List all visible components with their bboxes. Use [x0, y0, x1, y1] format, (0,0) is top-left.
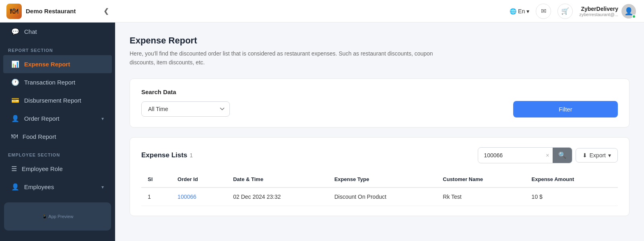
transaction-report-icon: 🕐 [11, 78, 19, 86]
order-report-chevron-icon: ▾ [101, 116, 104, 122]
sidebar-promo-banner: 📱 App Preview [4, 202, 111, 231]
lists-header: Expense Lists 1 × 🔍 ⬇ Export ▾ [141, 147, 618, 163]
lang-label: En [518, 8, 525, 14]
order-report-label: Order Report [24, 115, 97, 122]
food-report-icon: 🍽 [11, 133, 18, 140]
cell-order-id: 100066 [171, 187, 227, 206]
sidebar: 💬 Chat REPORT SECTION 📊 Expense Report 🕐… [0, 23, 115, 241]
chat-icon: 💬 [11, 28, 19, 35]
employees-chevron-icon: ▾ [101, 184, 104, 190]
sidebar-item-order-report[interactable]: 👤 Order Report ▾ [3, 109, 112, 128]
food-report-label: Food Report [23, 133, 104, 140]
expense-report-label: Expense Report [24, 61, 104, 68]
employee-role-label: Employee Role [22, 165, 104, 172]
export-button[interactable]: ⬇ Export ▾ [576, 148, 618, 163]
topbar: 🍽 Demo Restaurant ❮ 🌐 En ▾ ✉ 🛒 ZyberDeli… [0, 0, 644, 23]
cell-date-time: 02 Dec 2024 23:32 [227, 187, 328, 206]
table-row: 1 100066 02 Dec 2024 23:32 Discount On P… [141, 187, 618, 206]
sidebar-item-chat[interactable]: 💬 Chat [3, 23, 112, 41]
col-expense-amount: Expense Amount [525, 171, 618, 187]
sidebar-item-transaction-report[interactable]: 🕐 Transaction Report [3, 73, 112, 91]
sidebar-item-expense-report[interactable]: 📊 Expense Report [3, 55, 112, 73]
search-icon: 🔍 [558, 152, 566, 159]
filter-button[interactable]: Filter [513, 101, 618, 117]
page-title: Expense Report [130, 35, 630, 46]
time-select[interactable]: All Time Today This Week This Month This… [141, 101, 230, 117]
order-id-link[interactable]: 100066 [178, 194, 196, 200]
search-data-card: Search Data All Time Today This Week Thi… [130, 78, 630, 128]
main-content: Expense Report Here, you'll find the dis… [115, 23, 644, 241]
disbursement-report-icon: 💳 [11, 97, 19, 104]
cell-customer-name: Rk Test [436, 187, 525, 206]
col-sl: Sl [141, 171, 171, 187]
user-info[interactable]: ZyberDelivery zyberrestaurant@... 👤 [579, 4, 636, 19]
employees-icon: 👤 [11, 183, 19, 191]
col-expense-type: Expense Type [328, 171, 437, 187]
order-report-icon: 👤 [11, 115, 19, 122]
lang-chevron-icon: ▾ [526, 8, 529, 14]
sidebar-item-food-report[interactable]: 🍽 Food Report [3, 128, 112, 145]
export-download-icon: ⬇ [582, 152, 587, 159]
col-date-time: Date & Time [227, 171, 328, 187]
search-input[interactable] [478, 148, 543, 162]
app-title: Demo Restaurant [26, 8, 99, 14]
disbursement-report-label: Disbursement Report [24, 97, 104, 104]
sidebar-item-disbursement-report[interactable]: 💳 Disbursement Report [3, 91, 112, 109]
expense-lists-count: 1 [190, 152, 193, 159]
export-chevron-icon: ▾ [608, 152, 611, 159]
cell-expense-amount: 10 $ [525, 187, 618, 206]
topbar-left: 🍽 Demo Restaurant ❮ [0, 4, 115, 19]
sidebar-item-employee-role[interactable]: ☰ Employee Role [3, 160, 112, 178]
main-layout: 💬 Chat REPORT SECTION 📊 Expense Report 🕐… [0, 23, 644, 241]
lists-actions: × 🔍 ⬇ Export ▾ [478, 147, 618, 163]
col-order-id: Order Id [171, 171, 227, 187]
search-input-wrap: × 🔍 [478, 147, 572, 163]
cart-button[interactable]: 🛒 [557, 4, 573, 19]
report-section-label: REPORT SECTION [0, 41, 115, 55]
app-logo: 🍽 [6, 4, 22, 19]
table-header-row: Sl Order Id Date & Time Expense Type Cus… [141, 171, 618, 187]
mail-button[interactable]: ✉ [536, 4, 551, 19]
promo-placeholder: 📱 App Preview [42, 214, 73, 219]
online-status-dot [632, 14, 636, 19]
mail-icon: ✉ [541, 7, 546, 15]
cart-icon: 🛒 [561, 7, 569, 15]
employee-section-label: EMPLOYEE SECTION [0, 145, 115, 160]
employees-label: Employees [24, 183, 97, 190]
cell-expense-type: Discount On Product [328, 187, 437, 206]
sidebar-item-employees[interactable]: 👤 Employees ▾ [3, 178, 112, 196]
user-name: ZyberDelivery [579, 6, 618, 12]
page-description: Here, you'll find the discounted order l… [130, 49, 436, 67]
sidebar-chat-label: Chat [24, 28, 104, 35]
search-data-label: Search Data [141, 89, 618, 95]
topbar-right: 🌐 En ▾ ✉ 🛒 ZyberDelivery zyberrestaurant… [510, 4, 636, 19]
language-button[interactable]: 🌐 En ▾ [510, 8, 529, 14]
expense-lists-title: Expense Lists [141, 151, 187, 159]
expense-lists-card: Expense Lists 1 × 🔍 ⬇ Export ▾ [130, 137, 630, 216]
employee-role-icon: ☰ [11, 165, 17, 173]
lang-flag-icon: 🌐 [510, 8, 516, 14]
search-go-button[interactable]: 🔍 [553, 148, 572, 163]
avatar: 👤 [621, 4, 636, 19]
export-label: Export [590, 152, 606, 159]
col-customer-name: Customer Name [436, 171, 525, 187]
avatar-icon: 👤 [624, 7, 633, 16]
search-clear-button[interactable]: × [543, 152, 552, 159]
expense-report-icon: 📊 [11, 60, 19, 68]
user-email: zyberrestaurant@... [579, 12, 618, 17]
transaction-report-label: Transaction Report [24, 79, 104, 86]
cell-sl: 1 [141, 187, 171, 206]
expense-table: Sl Order Id Date & Time Expense Type Cus… [141, 171, 618, 206]
collapse-button[interactable]: ❮ [103, 7, 109, 15]
search-row: All Time Today This Week This Month This… [141, 101, 618, 117]
